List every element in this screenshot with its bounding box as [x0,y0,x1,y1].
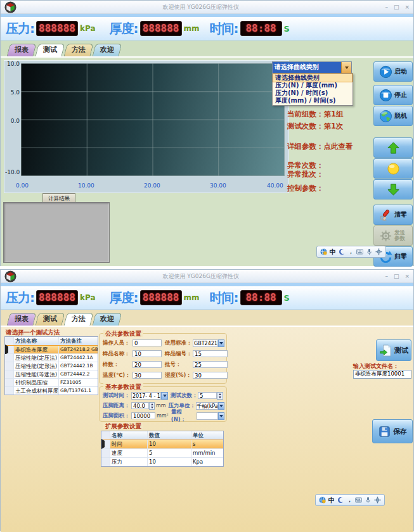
test-times-spinner[interactable] [217,392,223,400]
minimize-button[interactable]: – [385,274,388,279]
ime-settings-icon[interactable] [374,497,381,504]
method-row[interactable]: 针织制品压缩 FZ31005 [5,379,98,387]
tab-welcome[interactable]: 欢迎 [93,44,122,56]
pressure-unit: kPa [80,24,96,33]
col-value: 数值 [148,431,191,440]
thickness-unit: mm [184,24,200,33]
up-arrow-icon [387,141,400,155]
ext-param-row[interactable]: 压力 10 Kpa [101,458,223,466]
ime-mic-icon[interactable] [365,497,372,504]
col-method-remark: 方法备注 [59,337,98,345]
ext-param-row[interactable]: 时间 10 s [101,440,223,449]
temperature-input[interactable] [133,372,162,379]
x-tick: 40.00 [267,182,283,189]
method-row[interactable]: 压缩性能(定形法) GBT24442.1B [5,362,98,370]
sample-name-input[interactable] [133,350,162,357]
tab-method[interactable]: 方法 [64,44,94,56]
readout-row: 压力: 888888 kPa 厚度: 888888 mm 时间: 88:88 S [1,286,413,310]
test-time-dropdown-button[interactable] [161,392,168,400]
ime-softkeyboard-icon[interactable] [356,248,363,255]
curve-type-dropdown[interactable]: 请选择曲线类别 [272,61,352,73]
method-row[interactable]: 土工合成材料厚度 GB/T13761.1 [5,387,98,395]
close-button[interactable]: × [404,4,410,10]
method-row[interactable]: 压缩性能(定压法) GBT24442.1A [5,354,98,362]
ime-mode-zh[interactable]: 中 [330,249,336,255]
ime-language-icon[interactable] [320,248,327,255]
ime-language-icon[interactable] [319,497,326,504]
window-title: 欢迎使用 YG026G压缩弹性仪 [16,272,385,281]
offline-button[interactable]: 脱机 [373,106,413,126]
tab-test[interactable]: 测试 [36,313,65,326]
operator-input[interactable] [133,339,162,346]
curve-option[interactable]: 压力(N) / 时间(s) [273,89,352,97]
method-row[interactable]: 非织造布厚度 GBT24218.2 GB/T3820 [5,346,98,354]
curve-option[interactable]: 请选择曲线类别 [273,74,352,82]
clear-button[interactable]: 清零 [373,205,413,225]
clear-tool-icon [379,208,392,222]
minimize-button[interactable]: – [385,4,388,10]
test-button[interactable]: 测试 [376,339,411,361]
method-row[interactable]: 压缩性能(等速法) GBT24442.2 [5,370,98,379]
humidity-input[interactable] [193,372,228,379]
x-tick: 0.00 [16,182,29,189]
standard-dropdown-button[interactable] [218,339,224,347]
status-indicator-button[interactable] [373,158,413,179]
ime-punctuation[interactable]: ， [348,249,354,255]
tab-test[interactable]: 测试 [36,44,65,56]
curve-type-option-list: 请选择曲线类别 压力(N) / 厚度(mm) 压力(N) / 时间(s) 厚度(… [272,73,353,106]
tab-method[interactable]: 方法 [64,313,94,326]
col-unit: 单位 [191,431,223,440]
ime-mode-zh[interactable]: 中 [328,497,335,504]
window-title: 欢迎使用 YG026G压缩弹性仪 [16,3,385,11]
dropdown-arrow-button[interactable] [341,62,351,73]
page: 欢迎使用 YG026G压缩弹性仪 – □ × 压力: 888888 kPa 厚度… [0,0,414,532]
pressure-unit-dropdown-button[interactable] [218,402,224,410]
range-value [197,412,219,420]
ext-params-group: 扩展参数设置 名称 数值 单位 时间 10 s [99,424,227,467]
test-document-icon [379,344,392,357]
gear-icon [379,229,392,243]
test-times-input[interactable] [198,392,217,399]
restore-button[interactable]: □ [394,4,399,10]
curve-option[interactable]: 压力(N) / 厚度(mm) [273,82,352,89]
ime-mic-icon[interactable] [366,248,373,255]
close-button[interactable]: × [404,274,410,279]
tab-report[interactable]: 报表 [7,313,37,326]
zero-button-label: 归零 [394,252,407,261]
batch-input[interactable] [193,361,228,368]
sample-no-input[interactable] [193,350,228,357]
abnormal-count-status: 异常次数： [287,161,324,170]
method-table: 方法名称 方法备注 非织造布厚度 GBT24218.2 GB/T3820 压缩性… [4,336,98,395]
thickness-unit: mm [184,293,200,302]
ime-punctuation[interactable]: ， [347,497,353,503]
ime-settings-icon[interactable] [375,248,382,255]
ime-fullwidth-icon[interactable] [339,248,346,255]
standard-label: 使用标准： [165,339,193,347]
start-button[interactable]: 启动 [373,61,413,82]
y-tick: 0.0 [5,118,20,124]
down-arrow-button[interactable] [373,179,413,200]
ime-fullwidth-icon[interactable] [337,497,344,504]
send-params-button[interactable]: 发送参数 [373,225,413,246]
filename-input[interactable] [353,370,411,379]
tab-report[interactable]: 报表 [7,44,37,56]
tab-welcome[interactable]: 欢迎 [93,313,122,326]
detail-params-link[interactable]: 详细参数：点此查看 [287,142,353,151]
restore-button[interactable]: □ [394,274,399,279]
app-logo-icon [4,1,16,13]
ext-param-row[interactable]: 速度 5 mm/min [101,449,223,458]
range-dropdown-button[interactable] [218,412,224,420]
stop-button[interactable]: 停止 [373,85,413,105]
foot-distance-spinner[interactable] [149,402,155,410]
foot-area-input[interactable] [131,412,155,419]
up-arrow-button[interactable] [373,137,413,158]
foot-distance-input[interactable] [131,402,149,409]
thickness-display: 888888 [140,21,182,36]
save-button[interactable]: 保存 [372,419,413,443]
sample-count-input[interactable] [133,361,162,368]
ime-softkeyboard-icon[interactable] [355,497,362,504]
pressure-unit: kPa [80,293,96,302]
curve-option[interactable]: 厚度(mm) / 时间(s) [273,97,352,104]
foot-area-label: 压脚面积： [103,412,131,420]
save-button-label: 保存 [393,427,407,436]
